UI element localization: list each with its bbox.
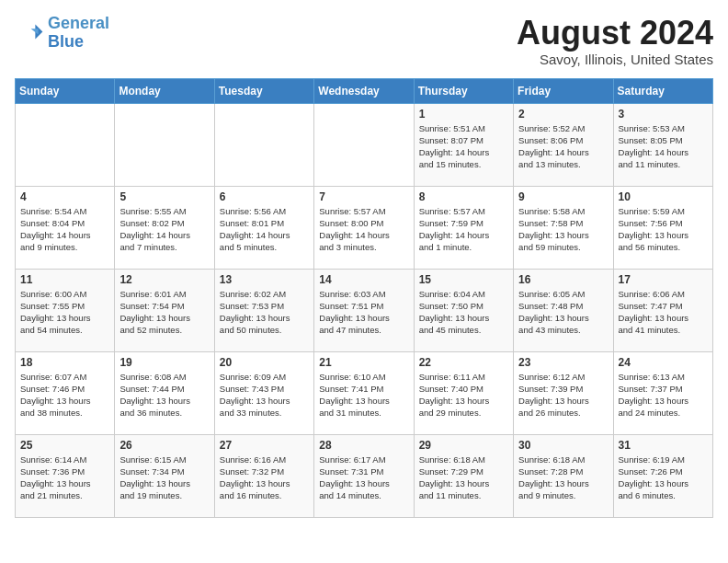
calendar-cell: 9Sunrise: 5:58 AM Sunset: 7:58 PM Daylig… xyxy=(514,186,613,269)
calendar-cell: 15Sunrise: 6:04 AM Sunset: 7:50 PM Dayli… xyxy=(414,269,513,351)
calendar-cell: 14Sunrise: 6:03 AM Sunset: 7:51 PM Dayli… xyxy=(314,269,414,351)
day-number: 10 xyxy=(619,190,708,203)
logo-general: General xyxy=(48,14,109,32)
week-row-4: 18Sunrise: 6:07 AM Sunset: 7:46 PM Dayli… xyxy=(16,351,713,434)
logo-blue: Blue xyxy=(48,32,84,51)
calendar-cell xyxy=(314,103,414,186)
day-number: 9 xyxy=(518,190,608,203)
day-number: 25 xyxy=(20,439,109,452)
cell-info: Sunrise: 6:15 AM Sunset: 7:34 PM Dayligh… xyxy=(119,454,209,502)
calendar-cell: 17Sunrise: 6:06 AM Sunset: 7:47 PM Dayli… xyxy=(613,269,712,351)
calendar-cell: 22Sunrise: 6:11 AM Sunset: 7:40 PM Dayli… xyxy=(414,351,513,434)
cell-info: Sunrise: 6:04 AM Sunset: 7:50 PM Dayligh… xyxy=(419,288,508,337)
day-number: 20 xyxy=(220,356,309,369)
week-row-3: 11Sunrise: 6:00 AM Sunset: 7:55 PM Dayli… xyxy=(16,269,713,351)
cell-info: Sunrise: 6:08 AM Sunset: 7:44 PM Dayligh… xyxy=(119,371,209,419)
calendar-cell: 11Sunrise: 6:00 AM Sunset: 7:55 PM Dayli… xyxy=(16,269,115,351)
cell-info: Sunrise: 6:12 AM Sunset: 7:39 PM Dayligh… xyxy=(518,371,608,419)
calendar-cell: 21Sunrise: 6:10 AM Sunset: 7:41 PM Dayli… xyxy=(314,351,414,434)
day-number: 2 xyxy=(518,108,608,121)
calendar-cell: 24Sunrise: 6:13 AM Sunset: 7:37 PM Dayli… xyxy=(613,351,712,434)
calendar-cell xyxy=(115,103,214,186)
calendar-cell: 26Sunrise: 6:15 AM Sunset: 7:34 PM Dayli… xyxy=(115,434,214,517)
cell-info: Sunrise: 6:05 AM Sunset: 7:48 PM Dayligh… xyxy=(518,288,608,337)
cell-info: Sunrise: 5:55 AM Sunset: 8:02 PM Dayligh… xyxy=(119,205,209,254)
col-header-tuesday: Tuesday xyxy=(214,78,313,103)
day-number: 18 xyxy=(20,356,109,369)
cell-info: Sunrise: 6:09 AM Sunset: 7:43 PM Dayligh… xyxy=(220,371,309,419)
cell-info: Sunrise: 5:52 AM Sunset: 8:06 PM Dayligh… xyxy=(518,122,608,171)
cell-info: Sunrise: 6:00 AM Sunset: 7:55 PM Dayligh… xyxy=(20,288,109,337)
cell-info: Sunrise: 5:51 AM Sunset: 8:07 PM Dayligh… xyxy=(419,122,508,171)
calendar-cell: 13Sunrise: 6:02 AM Sunset: 7:53 PM Dayli… xyxy=(214,269,313,351)
cell-info: Sunrise: 6:19 AM Sunset: 7:26 PM Dayligh… xyxy=(619,454,708,502)
cell-info: Sunrise: 6:07 AM Sunset: 7:46 PM Dayligh… xyxy=(20,371,109,419)
day-number: 24 xyxy=(619,356,708,369)
cell-info: Sunrise: 6:14 AM Sunset: 7:36 PM Dayligh… xyxy=(20,454,109,502)
cell-info: Sunrise: 6:18 AM Sunset: 7:28 PM Dayligh… xyxy=(518,454,608,502)
day-number: 15 xyxy=(419,273,508,286)
col-header-wednesday: Wednesday xyxy=(314,78,414,103)
calendar-cell: 28Sunrise: 6:17 AM Sunset: 7:31 PM Dayli… xyxy=(314,434,414,517)
day-number: 14 xyxy=(319,273,408,286)
calendar-cell: 10Sunrise: 5:59 AM Sunset: 7:56 PM Dayli… xyxy=(613,186,712,269)
title-block: August 2024 Savoy, Illinois, United Stat… xyxy=(517,15,713,67)
cell-info: Sunrise: 5:54 AM Sunset: 8:04 PM Dayligh… xyxy=(20,205,109,254)
day-number: 26 xyxy=(119,439,209,452)
calendar-cell xyxy=(16,103,115,186)
col-header-monday: Monday xyxy=(115,78,214,103)
logo: General Blue xyxy=(15,15,109,52)
day-number: 28 xyxy=(319,439,408,452)
calendar-cell: 25Sunrise: 6:14 AM Sunset: 7:36 PM Dayli… xyxy=(16,434,115,517)
calendar-cell: 20Sunrise: 6:09 AM Sunset: 7:43 PM Dayli… xyxy=(214,351,313,434)
day-number: 23 xyxy=(518,356,608,369)
day-number: 17 xyxy=(619,273,708,286)
calendar-cell: 16Sunrise: 6:05 AM Sunset: 7:48 PM Dayli… xyxy=(514,269,613,351)
week-row-2: 4Sunrise: 5:54 AM Sunset: 8:04 PM Daylig… xyxy=(16,186,713,269)
cell-info: Sunrise: 6:10 AM Sunset: 7:41 PM Dayligh… xyxy=(319,371,408,419)
calendar-cell: 6Sunrise: 5:56 AM Sunset: 8:01 PM Daylig… xyxy=(214,186,313,269)
calendar-cell: 8Sunrise: 5:57 AM Sunset: 7:59 PM Daylig… xyxy=(414,186,513,269)
calendar-cell xyxy=(214,103,313,186)
day-number: 21 xyxy=(319,356,408,369)
cell-info: Sunrise: 6:18 AM Sunset: 7:29 PM Dayligh… xyxy=(419,454,508,502)
month-year: August 2024 xyxy=(517,15,713,52)
day-number: 8 xyxy=(419,190,508,203)
calendar-cell: 27Sunrise: 6:16 AM Sunset: 7:32 PM Dayli… xyxy=(214,434,313,517)
day-number: 6 xyxy=(220,190,309,203)
day-number: 5 xyxy=(119,190,209,203)
week-row-5: 25Sunrise: 6:14 AM Sunset: 7:36 PM Dayli… xyxy=(16,434,713,517)
cell-info: Sunrise: 5:57 AM Sunset: 8:00 PM Dayligh… xyxy=(319,205,408,254)
cell-info: Sunrise: 6:02 AM Sunset: 7:53 PM Dayligh… xyxy=(220,288,309,337)
day-number: 7 xyxy=(319,190,408,203)
calendar-cell: 4Sunrise: 5:54 AM Sunset: 8:04 PM Daylig… xyxy=(16,186,115,269)
cell-info: Sunrise: 5:56 AM Sunset: 8:01 PM Dayligh… xyxy=(220,205,309,254)
day-number: 30 xyxy=(518,439,608,452)
day-number: 16 xyxy=(518,273,608,286)
col-header-friday: Friday xyxy=(514,78,613,103)
cell-info: Sunrise: 6:16 AM Sunset: 7:32 PM Dayligh… xyxy=(220,454,309,502)
logo-icon xyxy=(15,18,44,48)
calendar-cell: 23Sunrise: 6:12 AM Sunset: 7:39 PM Dayli… xyxy=(514,351,613,434)
day-number: 27 xyxy=(220,439,309,452)
calendar-cell: 29Sunrise: 6:18 AM Sunset: 7:29 PM Dayli… xyxy=(414,434,513,517)
calendar-cell: 12Sunrise: 6:01 AM Sunset: 7:54 PM Dayli… xyxy=(115,269,214,351)
col-header-saturday: Saturday xyxy=(613,78,712,103)
calendar-table: SundayMondayTuesdayWednesdayThursdayFrid… xyxy=(15,78,713,518)
calendar-cell: 18Sunrise: 6:07 AM Sunset: 7:46 PM Dayli… xyxy=(16,351,115,434)
logo-text: General Blue xyxy=(48,15,109,52)
calendar-cell: 19Sunrise: 6:08 AM Sunset: 7:44 PM Dayli… xyxy=(115,351,214,434)
cell-info: Sunrise: 6:03 AM Sunset: 7:51 PM Dayligh… xyxy=(319,288,408,337)
cell-info: Sunrise: 6:11 AM Sunset: 7:40 PM Dayligh… xyxy=(419,371,508,419)
calendar-cell: 5Sunrise: 5:55 AM Sunset: 8:02 PM Daylig… xyxy=(115,186,214,269)
cell-info: Sunrise: 5:59 AM Sunset: 7:56 PM Dayligh… xyxy=(619,205,708,254)
calendar-cell: 7Sunrise: 5:57 AM Sunset: 8:00 PM Daylig… xyxy=(314,186,414,269)
calendar-cell: 30Sunrise: 6:18 AM Sunset: 7:28 PM Dayli… xyxy=(514,434,613,517)
day-number: 3 xyxy=(619,108,708,121)
day-number: 13 xyxy=(220,273,309,286)
day-number: 29 xyxy=(419,439,508,452)
cell-info: Sunrise: 6:17 AM Sunset: 7:31 PM Dayligh… xyxy=(319,454,408,502)
day-number: 22 xyxy=(419,356,508,369)
page-header: General Blue August 2024 Savoy, Illinois… xyxy=(15,15,713,67)
day-number: 4 xyxy=(20,190,109,203)
